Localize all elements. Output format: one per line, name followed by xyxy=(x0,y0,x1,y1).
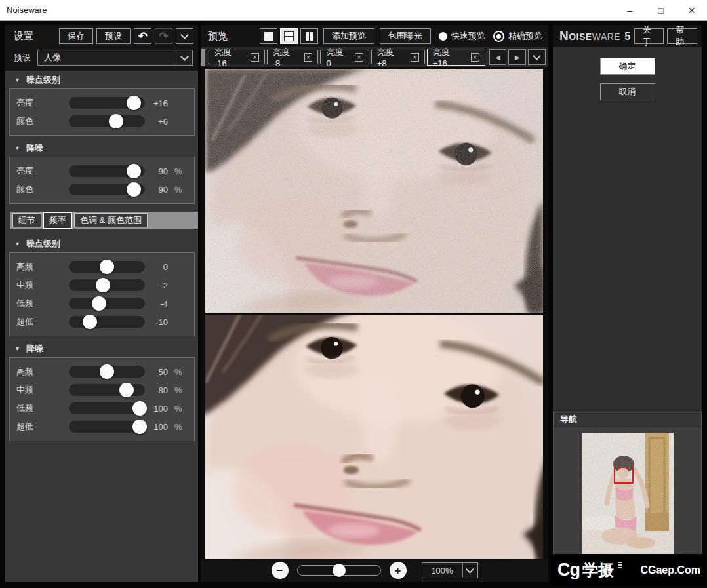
preview-tab-minus16[interactable]: 亮度 -16 × xyxy=(209,50,265,64)
zoom-level-select[interactable]: 100% xyxy=(422,562,478,578)
preset-select[interactable]: 人像 xyxy=(37,50,193,66)
section-freq-noise-level-header[interactable]: ▼ 噪点级别 xyxy=(5,235,198,252)
slider-thumb[interactable] xyxy=(119,383,134,397)
section-freq-reduction-header[interactable]: ▼ 降噪 xyxy=(5,340,198,357)
fast-preview-radio[interactable]: 快速预览 xyxy=(439,30,485,42)
slider-thumb[interactable] xyxy=(109,114,123,128)
slider-thumb[interactable] xyxy=(132,401,147,416)
slider-row: 超低 -10 xyxy=(16,313,188,331)
color-level-slider[interactable] xyxy=(69,115,145,127)
slider-value: 90 xyxy=(145,185,169,195)
ultra-low-reduction-slider[interactable] xyxy=(69,421,145,433)
watermark-logo-latin: Cg xyxy=(557,560,580,580)
slider-unit: % xyxy=(169,385,188,395)
slider-value: -2 xyxy=(145,281,169,290)
slider-row: 高频 0 xyxy=(16,258,188,276)
close-icon[interactable]: × xyxy=(304,53,313,62)
section-noise-level-header[interactable]: ▼ 噪点级别 xyxy=(5,71,198,88)
preview-tab-minus8[interactable]: 亮度 -8 × xyxy=(267,50,319,64)
slider-thumb[interactable] xyxy=(127,96,141,110)
mid-freq-level-slider[interactable] xyxy=(69,279,145,291)
luminance-reduction-slider[interactable] xyxy=(69,165,145,177)
high-freq-level-slider[interactable] xyxy=(69,261,145,273)
mid-freq-reduction-slider[interactable] xyxy=(69,384,145,396)
zoom-slider[interactable] xyxy=(297,565,381,576)
add-preview-button[interactable]: 添加预览 xyxy=(323,28,374,44)
help-button[interactable]: 帮助 xyxy=(667,28,697,44)
redo-button[interactable]: ↷ xyxy=(155,28,172,44)
tab-scroll-left-button[interactable]: ◀ xyxy=(489,49,507,65)
minimize-button[interactable]: – xyxy=(615,0,645,20)
close-icon[interactable]: × xyxy=(251,53,259,62)
ultra-low-level-slider[interactable] xyxy=(69,316,145,328)
tab-frequency[interactable]: 频率 xyxy=(43,212,72,229)
chevron-down-icon xyxy=(466,565,474,574)
preview-image-denoised[interactable] xyxy=(205,315,543,559)
slider-label: 高频 xyxy=(16,261,69,273)
close-button[interactable]: ✕ xyxy=(676,0,707,20)
tab-tonal-color-range[interactable]: 色调 & 颜色范围 xyxy=(74,213,148,227)
denoised-face-art xyxy=(205,315,543,559)
horizontal-split-view-button[interactable] xyxy=(280,28,298,44)
preview-image-noisy[interactable] xyxy=(205,69,543,313)
preview-tab-plus16[interactable]: 亮度 +16 × xyxy=(427,49,485,66)
tab-detail[interactable]: 细节 xyxy=(12,213,41,227)
slider-thumb[interactable] xyxy=(96,278,110,292)
slider-thumb[interactable] xyxy=(127,164,141,178)
freq-reduction-group: 高频 50 % 中频 80 % 低频 xyxy=(9,357,195,441)
low-freq-level-slider[interactable] xyxy=(69,298,145,309)
zoom-level-value: 100% xyxy=(422,566,462,576)
tab-scroll-right-button[interactable]: ▶ xyxy=(508,49,526,65)
app-body: 设置 保存 预设 ↶ ↷ 预设 人像 xyxy=(0,21,707,588)
preset-select-chevron[interactable] xyxy=(176,50,192,65)
luminance-level-slider[interactable] xyxy=(69,97,145,109)
window-title: Noiseware xyxy=(0,5,47,15)
ok-button[interactable]: 确定 xyxy=(600,58,655,75)
navigator-scene-art xyxy=(582,433,674,554)
close-icon[interactable]: × xyxy=(355,53,363,62)
slider-thumb[interactable] xyxy=(92,296,106,311)
watermark-bar: Cg 学摄 CGaep.Com xyxy=(551,554,707,586)
slider-thumb[interactable] xyxy=(127,182,141,197)
preview-tab-plus8[interactable]: 亮度 +8 × xyxy=(371,50,425,64)
zoom-in-button[interactable]: + xyxy=(390,562,407,579)
low-freq-reduction-slider[interactable] xyxy=(69,402,145,414)
watermark-site: CGaep.Com xyxy=(640,564,700,576)
single-view-button[interactable] xyxy=(260,28,277,44)
maximize-button[interactable]: □ xyxy=(645,0,676,20)
slider-thumb[interactable] xyxy=(100,260,114,274)
undo-button[interactable]: ↶ xyxy=(134,28,152,44)
cancel-button[interactable]: 取消 xyxy=(600,83,655,100)
tab-menu-button[interactable] xyxy=(528,49,546,65)
close-icon[interactable]: × xyxy=(471,53,479,62)
slider-row: 低频 -4 xyxy=(16,294,188,313)
slider-value: -10 xyxy=(145,317,169,327)
section-reduction-header[interactable]: ▼ 降噪 xyxy=(5,139,198,157)
tab-label: 亮度 +16 xyxy=(433,47,466,68)
close-icon[interactable]: × xyxy=(411,53,419,62)
preset-button[interactable]: 预设 xyxy=(96,28,131,44)
color-reduction-slider[interactable] xyxy=(69,184,145,195)
navigator-thumbnail[interactable] xyxy=(582,433,674,554)
settings-header: 设置 保存 预设 ↶ ↷ xyxy=(5,25,198,47)
bracketing-button[interactable]: 包围曝光 xyxy=(380,28,431,44)
slider-label: 颜色 xyxy=(16,115,69,127)
slider-thumb[interactable] xyxy=(100,364,114,379)
preset-menu-button[interactable] xyxy=(176,28,193,44)
chevron-down-icon xyxy=(180,52,189,61)
zoom-select-chevron[interactable] xyxy=(462,563,477,578)
save-button[interactable]: 保存 xyxy=(59,28,93,44)
high-freq-reduction-slider[interactable] xyxy=(69,366,145,378)
section-title: 噪点级别 xyxy=(26,74,60,86)
slider-thumb[interactable] xyxy=(132,420,147,434)
about-button[interactable]: 关于 xyxy=(634,28,664,44)
zoom-slider-thumb[interactable] xyxy=(333,564,346,577)
logo-ware: WARE xyxy=(592,31,620,42)
navigator-selection-rect[interactable] xyxy=(614,467,634,484)
accurate-preview-radio[interactable]: 精确预览 xyxy=(493,30,542,42)
slider-thumb[interactable] xyxy=(83,315,97,329)
preview-tab-0[interactable]: 亮度 0 × xyxy=(320,50,369,64)
navigator-header: 导航 xyxy=(553,412,702,427)
vertical-split-view-button[interactable] xyxy=(300,28,318,44)
zoom-out-button[interactable]: − xyxy=(272,562,289,579)
